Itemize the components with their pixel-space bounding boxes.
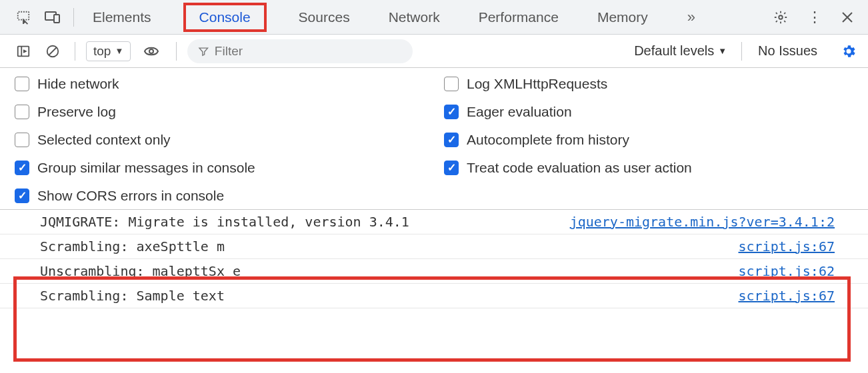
device-toggle-icon[interactable] <box>41 6 64 29</box>
setting-eager-eval[interactable]: Eager evaluation <box>444 104 853 120</box>
issues-indicator[interactable]: No Issues <box>753 43 823 59</box>
log-source-link[interactable]: script.js:62 <box>739 263 835 279</box>
log-source-link[interactable]: jquery-migrate.min.js?ver=3.4.1:2 <box>570 214 835 230</box>
setting-autocomplete[interactable]: Autocomplete from history <box>444 132 853 148</box>
log-row[interactable]: Scrambling: axeSpttle m script.js:67 <box>0 234 868 259</box>
setting-log-xhr[interactable]: Log XMLHttpRequests <box>444 76 853 92</box>
chevron-down-icon: ▼ <box>115 46 123 56</box>
console-log-area: JQMIGRATE: Migrate is installed, version… <box>0 210 868 308</box>
log-message: Scrambling: axeSpttle m <box>40 238 225 254</box>
log-source-link[interactable]: script.js:67 <box>739 288 835 304</box>
console-filter-bar: top ▼ Default levels ▼ No Issues <box>0 35 868 68</box>
svg-point-6 <box>149 49 153 53</box>
sidebar-toggle-icon[interactable] <box>12 40 35 63</box>
setting-hide-network[interactable]: Hide network <box>15 76 424 92</box>
devtools-top-bar: Elements Console Sources Network Perform… <box>0 0 868 35</box>
setting-cors-errors[interactable]: Show CORS errors in console <box>15 188 424 204</box>
log-row[interactable]: Scrambling: Sample text script.js:67 <box>0 284 868 308</box>
filter-input-wrap[interactable] <box>187 39 413 63</box>
filter-icon <box>198 45 209 57</box>
tab-sources[interactable]: Sources <box>292 6 357 29</box>
svg-point-3 <box>779 15 783 19</box>
log-message: JQMIGRATE: Migrate is installed, version… <box>40 214 409 230</box>
close-icon[interactable] <box>836 6 859 29</box>
chevron-down-icon: ▼ <box>718 46 727 56</box>
console-settings-grid: Hide network Preserve log Selected conte… <box>0 68 868 210</box>
tab-strip: Elements Console Sources Network Perform… <box>86 3 703 32</box>
context-select[interactable]: top ▼ <box>86 41 131 61</box>
tab-console[interactable]: Console <box>183 3 267 32</box>
divider <box>75 42 75 61</box>
svg-rect-0 <box>18 11 29 19</box>
log-source-link[interactable]: script.js:67 <box>739 238 835 254</box>
log-row[interactable]: JQMIGRATE: Migrate is installed, version… <box>0 210 868 234</box>
tab-memory[interactable]: Memory <box>591 6 655 29</box>
clear-console-icon[interactable] <box>41 40 64 63</box>
gear-icon[interactable] <box>769 6 792 29</box>
tab-performance[interactable]: Performance <box>472 6 565 29</box>
tab-elements[interactable]: Elements <box>86 6 158 29</box>
tab-network[interactable]: Network <box>382 6 447 29</box>
log-message: Unscrambling: malepttSx e <box>40 263 241 279</box>
svg-rect-2 <box>54 15 59 23</box>
setting-preserve-log[interactable]: Preserve log <box>15 104 424 120</box>
setting-selected-context[interactable]: Selected context only <box>15 132 424 148</box>
log-row[interactable]: Unscrambling: malepttSx e script.js:62 <box>0 259 868 284</box>
divider <box>741 42 742 61</box>
more-tabs-icon[interactable]: » <box>680 6 703 29</box>
setting-group-similar[interactable]: Group similar messages in console <box>15 160 424 176</box>
log-message: Scrambling: Sample text <box>40 288 225 304</box>
context-select-label: top <box>93 44 111 59</box>
divider <box>73 8 74 27</box>
levels-dropdown[interactable]: Default levels ▼ <box>630 41 731 61</box>
console-settings-icon[interactable] <box>837 40 860 63</box>
kebab-menu-icon[interactable]: ⋮ <box>803 6 825 29</box>
inspect-element-icon[interactable] <box>12 6 35 29</box>
setting-treat-user-action[interactable]: Treat code evaluation as user action <box>444 160 853 176</box>
levels-label: Default levels <box>634 43 714 59</box>
divider <box>176 42 177 61</box>
filter-input[interactable] <box>215 44 402 59</box>
live-expression-icon[interactable] <box>140 40 163 63</box>
